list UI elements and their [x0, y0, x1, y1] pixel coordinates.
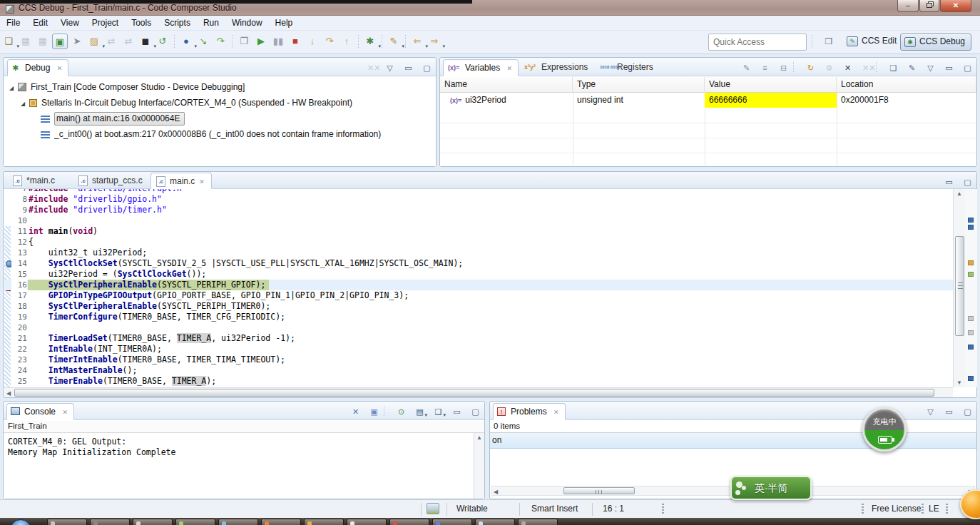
clear-console-icon[interactable]: ✕ — [347, 405, 359, 418]
connect-target-icon[interactable]: ⇄ — [103, 34, 119, 49]
variable-cell[interactable]: 0x200001F8 — [837, 93, 976, 108]
annotation-mark[interactable] — [968, 316, 974, 321]
maximize-panel-icon[interactable]: ▢ — [959, 405, 971, 418]
annotation-mark[interactable] — [968, 218, 974, 223]
close-icon[interactable]: ✕ — [506, 65, 512, 72]
menu-project[interactable]: Project — [86, 16, 125, 30]
close-icon[interactable]: ✕ — [62, 409, 68, 416]
tab-problems[interactable]: ! Problems ✕ — [493, 403, 566, 420]
close-icon[interactable]: ✕ — [57, 65, 63, 72]
code-line[interactable]: 8#include "driverlib/gpio.h" — [4, 194, 953, 205]
menu-help[interactable]: Help — [269, 16, 300, 30]
debug-launch-tree[interactable]: ◢First_Train [Code Composer Studio - Dev… — [4, 77, 436, 166]
expand-arrow-icon[interactable]: ◢ — [9, 85, 18, 91]
drag-handle[interactable] — [922, 504, 924, 515]
overview-ruler[interactable] — [965, 189, 977, 387]
editor-tab-mainc[interactable]: .cmain.c✕ — [150, 173, 212, 189]
debug-tree-row[interactable]: main() at main.c:16 0x0000064E — [32, 113, 185, 128]
code-line[interactable]: 16 SysCtlPeripheralEnable(SYSCTL_PERIPH_… — [4, 280, 953, 290]
select-pointer-icon[interactable]: ➤ — [69, 34, 85, 49]
drag-handle[interactable] — [862, 504, 864, 515]
taskbar-button[interactable] — [432, 519, 472, 525]
minimize-panel-icon[interactable]: ▭ — [448, 405, 461, 418]
close-icon[interactable]: ✕ — [553, 409, 559, 416]
code-line[interactable]: 11int main(void) — [4, 226, 953, 237]
code-editor[interactable]: 7#include "driverlib/interrupt.h"8#inclu… — [4, 189, 953, 387]
close-button[interactable]: ✕ — [940, 0, 971, 12]
scrollbar-thumb[interactable] — [955, 236, 964, 336]
scrollbar-thumb[interactable] — [14, 389, 934, 397]
variables-table[interactable]: NameTypeValueLocation(x)=ui32Periodunsig… — [440, 77, 976, 166]
debug-tree-row[interactable]: ◢First_Train [Code Composer Studio - Dev… — [9, 82, 245, 96]
show-debug-view-icon[interactable]: ❐ — [236, 34, 252, 49]
suspend-icon[interactable]: ▮▮ — [270, 34, 286, 49]
code-line[interactable]: 9#include "driverlib/timer.h" — [4, 205, 953, 215]
minimize-panel-icon[interactable]: ▭ — [940, 405, 953, 418]
variable-cell[interactable]: 66666666 — [705, 93, 837, 108]
view-menu-icon[interactable]: ▽ — [922, 405, 934, 418]
console-output[interactable]: ▲ CORTEX_M4_0: GEL Output:Memory Map Ini… — [4, 433, 484, 499]
editor-vertical-scrollbar[interactable]: ▲ ▼ — [953, 189, 965, 387]
perspective-ccs-debug[interactable]: ✱ CCS Debug — [900, 34, 971, 51]
code-line[interactable]: 21 TimerLoadSet(TIMER0_BASE, TIMER_A, ui… — [4, 333, 953, 344]
maximize-panel-icon[interactable]: ▢ — [466, 405, 479, 418]
menu-edit[interactable]: Edit — [26, 16, 54, 30]
debug-config-icon[interactable]: ▨▾ — [86, 34, 102, 49]
taskbar-button[interactable] — [218, 519, 258, 525]
maximize-panel-icon[interactable]: ▢ — [418, 61, 431, 74]
quick-access-input[interactable] — [708, 34, 807, 51]
chevron-down-icon[interactable]: ▾ — [424, 409, 427, 422]
scroll-down-arrow[interactable]: ▼ — [956, 379, 962, 386]
terminate-icon[interactable]: ■ — [287, 34, 303, 49]
code-line[interactable]: 12{ — [4, 237, 953, 248]
code-line[interactable]: 18 SysCtlPeripheralEnable(SYSCTL_PERIPH_… — [4, 301, 953, 312]
close-icon[interactable]: ✕ — [199, 178, 205, 185]
save-icon[interactable]: ▦ — [18, 34, 34, 49]
scroll-up-arrow[interactable]: ▲ — [956, 190, 962, 197]
annotation-mark[interactable] — [968, 376, 974, 381]
step-into-icon[interactable]: ↓ — [305, 34, 320, 49]
display-selected-console-icon[interactable]: ▤▾ — [411, 405, 424, 418]
taskbar-button[interactable] — [304, 519, 344, 525]
menu-view[interactable]: View — [54, 16, 86, 30]
code-line[interactable]: 24 IntMasterEnable(); — [4, 365, 953, 376]
scroll-up-arrow[interactable]: ▲ — [476, 434, 482, 441]
menu-tools[interactable]: Tools — [125, 16, 158, 30]
editor-tab-mainc[interactable]: .c*main.c — [8, 173, 73, 189]
code-line[interactable]: 22 IntEnable(INT_TIMER0A); — [4, 344, 953, 355]
minimize-panel-icon[interactable]: ▭ — [940, 61, 953, 74]
code-line[interactable]: 17 GPIOPinTypeGPIOOutput(GPIO_PORTF_BASE… — [4, 290, 953, 301]
chevron-down-icon[interactable]: ▾ — [378, 39, 381, 54]
add-watch-expression-icon[interactable]: ❑ — [884, 61, 897, 74]
debug-tree-row[interactable]: ◢Stellaris In-Circuit Debug Interface/CO… — [21, 98, 352, 112]
view-menu-icon[interactable]: ▽ — [922, 61, 934, 74]
code-line[interactable]: 10 — [4, 215, 953, 226]
menu-window[interactable]: Window — [225, 16, 269, 30]
column-header-type[interactable]: Type — [573, 77, 705, 93]
minimize-button[interactable]: – — [897, 0, 919, 12]
taskbar-button[interactable] — [347, 519, 387, 525]
show-type-names-icon[interactable]: ✎ — [737, 61, 750, 74]
tab-registers[interactable]: 1010 0101 Registers — [596, 59, 659, 76]
step-over-icon[interactable]: ↷ — [322, 34, 337, 49]
code-line[interactable]: 15 ui32Period = (SysCtlClockGet()); — [4, 269, 953, 280]
open-perspective-button[interactable]: ❒ — [820, 34, 837, 50]
restore-button[interactable] — [919, 0, 939, 12]
annotation-mark[interactable] — [968, 272, 974, 277]
new-wizard-icon[interactable]: ❑▾ — [1, 34, 16, 49]
refresh-icon[interactable]: ↻ — [802, 61, 815, 74]
console-scrollbar[interactable]: ▲ — [474, 433, 484, 499]
taskbar-button[interactable] — [90, 519, 130, 525]
load-program-icon[interactable]: ▣ — [52, 34, 68, 49]
column-header-location[interactable]: Location — [837, 77, 976, 93]
scrollbar-thumb[interactable] — [563, 487, 635, 494]
maximize-panel-icon[interactable]: ▢ — [959, 61, 971, 74]
code-line[interactable]: 25 TimerEnable(TIMER0_BASE, TIMER_A); — [4, 376, 953, 387]
scroll-left-arrow[interactable]: ◀ — [6, 390, 11, 397]
code-line[interactable]: 13 uint32_t ui32Period; — [4, 248, 953, 258]
open-console-icon[interactable]: ❑▾ — [429, 405, 442, 418]
edit-watch-expression-icon[interactable]: ✎ — [903, 61, 916, 74]
expand-arrow-icon[interactable]: ◢ — [21, 101, 29, 107]
menu-run[interactable]: Run — [197, 16, 225, 30]
code-line[interactable]: 14 SysCtlClockSet(SYSCTL_SYSDIV_2_5 |SYS… — [4, 258, 953, 269]
